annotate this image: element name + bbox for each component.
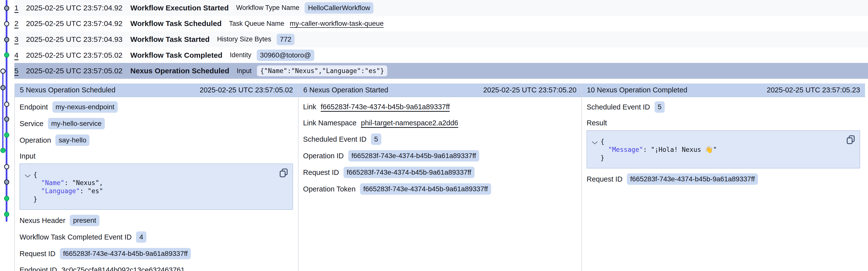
timeline-marker-completed	[4, 133, 9, 138]
panel-title: 6 Nexus Operation Started	[303, 86, 388, 94]
event-name: Nexus Operation Scheduled	[130, 66, 229, 75]
event-attribute-value-badge: 30960@totoro@	[257, 50, 314, 61]
event-attribute-label: Identity	[230, 51, 251, 59]
event-row[interactable]: 3 2025-02-25 UTC 23:57:04.93 Workflow Ta…	[0, 31, 868, 47]
event-id-link[interactable]: 2	[14, 19, 26, 28]
panel-timestamp: 2025-02-25 UTC 23:57:05.02	[199, 86, 293, 94]
field-value-badge: f665283f-743e-4374-b45b-9a61a89337ff	[627, 173, 758, 185]
field-value-badge: f665283f-743e-4374-b45b-9a61a89337ff	[343, 167, 474, 178]
field-value-badge: my-hello-service	[48, 118, 105, 129]
timeline-marker-started	[0, 85, 5, 90]
event-detail-panel: 5 Nexus Operation Scheduled 2025-02-25 U…	[14, 83, 298, 271]
panel-field-row: Scheduled Event ID5	[587, 101, 860, 113]
event-id-link[interactable]: 1	[14, 4, 26, 12]
panel-body: Linkf665283f-743e-4374-b45b-9a61a89337ff…	[299, 97, 582, 195]
field-value-link[interactable]: phil-target-namespace2.a2dd6	[361, 119, 458, 127]
event-name: Workflow Execution Started	[130, 4, 229, 12]
event-row-selected[interactable]: 5 2025-02-25 UTC 23:57:05.02 Nexus Opera…	[0, 63, 868, 79]
field-value-badge: 5	[371, 134, 381, 145]
field-value-badge: present	[70, 215, 99, 226]
event-timestamp: 2025-02-25 UTC 23:57:04.92	[26, 4, 130, 12]
field-value-badge: 4	[136, 232, 146, 243]
copy-icon[interactable]	[846, 135, 856, 145]
panel-timestamp: 2025-02-25 UTC 23:57:05.23	[767, 86, 860, 94]
panel-field-row: Operation IDf665283f-743e-4374-b45b-9a61…	[303, 150, 577, 162]
panel-field-row: Operation Tokenf665283f-743e-4374-b45b-9…	[303, 183, 577, 195]
field-label: Operation	[20, 136, 51, 144]
timeline-marker-started	[4, 6, 9, 11]
event-attribute-value-link[interactable]: my-caller-workflow-task-queue	[290, 20, 384, 27]
field-value-badge: my-nexus-endpoint	[53, 101, 118, 113]
panel-field-row: Servicemy-hello-service	[20, 118, 293, 129]
collapse-chevron-icon[interactable]	[591, 141, 598, 145]
panel-field-row: Nexus Headerpresent	[20, 215, 293, 226]
event-name: Workflow Task Scheduled	[130, 19, 222, 28]
field-label: Operation ID	[303, 152, 344, 160]
timeline-marker-scheduled	[4, 164, 9, 169]
panel-title: 10 Nexus Operation Completed	[587, 86, 687, 94]
event-id-link[interactable]: 4	[14, 51, 26, 59]
timeline-main-line	[6, 0, 7, 222]
panel-field-row: Link Namespacephil-target-namespace2.a2d…	[303, 117, 577, 128]
field-value-badge: say-hello	[55, 135, 90, 146]
event-row[interactable]: 1 2025-02-25 UTC 23:57:04.92 Workflow Ex…	[0, 0, 868, 16]
timeline-marker-started	[4, 180, 9, 185]
panel-field-row: Endpointmy-nexus-endpoint	[20, 101, 293, 113]
collapse-chevron-icon[interactable]	[25, 174, 31, 178]
panel-field-row: Request IDf665283f-743e-4374-b45b-9a61a8…	[303, 167, 577, 178]
event-row[interactable]: 4 2025-02-25 UTC 23:57:05.02 Workflow Ta…	[0, 47, 868, 63]
timeline-marker-started	[4, 117, 9, 122]
field-label: Result	[587, 118, 856, 128]
field-value-badge: f665283f-743e-4374-b45b-9a61a89337ff	[60, 248, 191, 260]
panel-timestamp: 2025-02-25 UTC 23:57:05.20	[483, 86, 577, 94]
field-label: Input	[20, 151, 288, 161]
field-value-link[interactable]: 3c0c75ccfa8144b092c13ce632463761	[62, 266, 185, 271]
panel-title: 5 Nexus Operation Scheduled	[20, 86, 116, 94]
copy-icon[interactable]	[279, 168, 288, 178]
panel-field-row: Linkf665283f-743e-4374-b45b-9a61a89337ff	[303, 101, 577, 112]
field-value-badge: f665283f-743e-4374-b45b-9a61a89337ff	[348, 150, 479, 162]
event-history-table: 1 2025-02-25 UTC 23:57:04.92 Workflow Ex…	[0, 0, 868, 79]
field-label: Endpoint	[20, 103, 48, 111]
timeline-marker-completed	[4, 196, 9, 201]
event-attribute-label: Workflow Type Name	[236, 4, 300, 11]
field-label: Endpoint ID	[20, 266, 57, 271]
event-attribute-label: Task Queue Name	[229, 20, 284, 27]
panel-field-row: Operationsay-hello	[20, 135, 293, 146]
panel-field-row: Scheduled Event ID5	[303, 134, 577, 145]
field-label: Request ID	[303, 168, 339, 177]
event-detail-panel: 6 Nexus Operation Started 2025-02-25 UTC…	[298, 83, 582, 271]
panel-header: 10 Nexus Operation Completed 2025-02-25 …	[582, 83, 865, 97]
panel-field-row: Request IDf665283f-743e-4374-b45b-9a61a8…	[20, 248, 293, 260]
json-code-block: { "Message": "¡Hola! Nexus 👋"}	[587, 130, 860, 168]
event-timestamp: 2025-02-25 UTC 23:57:04.92	[26, 19, 130, 28]
panel-field-row: Endpoint ID3c0c75ccfa8144b092c13ce632463…	[20, 265, 293, 271]
event-id-link[interactable]: 5	[14, 66, 26, 75]
panel-field-input: Input { "Name": "Nexus", "Language": "es…	[20, 151, 293, 210]
event-timestamp: 2025-02-25 UTC 23:57:04.93	[26, 35, 130, 44]
field-label: Service	[20, 120, 43, 128]
field-value-badge: 5	[655, 101, 665, 113]
field-label: Request ID	[20, 250, 55, 258]
timeline-marker-scheduled	[0, 69, 5, 74]
event-name: Workflow Task Completed	[130, 51, 222, 59]
panel-field-result: Result { "Message": "¡Hola! Nexus 👋"}	[587, 118, 860, 168]
event-timeline-gutter	[0, 0, 14, 271]
event-detail-panel: 10 Nexus Operation Completed 2025-02-25 …	[581, 83, 865, 271]
field-label: Workflow Task Completed Event ID	[20, 233, 131, 241]
panel-body: Scheduled Event ID5Result { "Message": "…	[582, 97, 865, 185]
field-label: Scheduled Event ID	[587, 103, 650, 111]
event-attribute-value-badge: {"Name":"Nexus","Language":"es"}	[257, 65, 387, 76]
field-value-link[interactable]: f665283f-743e-4374-b45b-9a61a89337ff	[321, 103, 450, 111]
timeline-marker-completed	[0, 148, 5, 153]
event-attribute-value-badge: 772	[277, 34, 295, 45]
json-content: { "Name": "Nexus", "Language": "es"}	[33, 171, 278, 204]
panel-header: 5 Nexus Operation Scheduled 2025-02-25 U…	[15, 83, 298, 97]
event-attribute-value-badge: HelloCallerWorkflow	[305, 2, 373, 13]
event-row[interactable]: 2 2025-02-25 UTC 23:57:04.92 Workflow Ta…	[0, 16, 868, 32]
event-detail-panels: 5 Nexus Operation Scheduled 2025-02-25 U…	[14, 83, 865, 271]
event-id-link[interactable]: 3	[14, 35, 26, 44]
field-label: Operation Token	[303, 185, 355, 193]
event-name: Workflow Task Started	[130, 35, 210, 44]
field-label: Scheduled Event ID	[303, 135, 367, 143]
